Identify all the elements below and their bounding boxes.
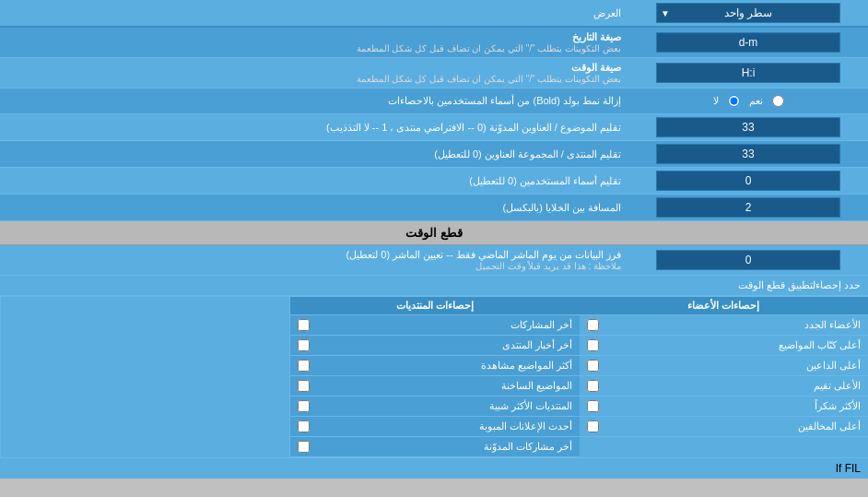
member-stat-4-label: الأكثر شكراً	[604, 400, 861, 412]
member-stat-0-label: الأعضاء الجدد	[604, 319, 861, 331]
content-stat-1-checkbox[interactable]	[298, 339, 310, 351]
user-names-input[interactable]	[656, 171, 840, 191]
stats-limit-label: حدد إحصاءلتطبيق قطع الوقت	[0, 276, 868, 296]
date-format-input-cell	[628, 30, 868, 55]
member-stat-3: الأعلى تقيم	[580, 376, 868, 396]
bottom-label-row: If FIL	[0, 457, 868, 479]
members-stats-col: إحصاءات الأعضاء الأعضاء الجدد أعلى كتّاب…	[580, 297, 868, 457]
content-stat-5-label: أحدث الإعلانات المبوبة	[314, 420, 571, 432]
content-stat-3-checkbox[interactable]	[298, 380, 310, 392]
content-stat-4: المنتديات الأكثر شبية	[290, 396, 579, 417]
member-stat-3-checkbox[interactable]	[587, 380, 599, 392]
lines-dropdown-wrapper: سطر واحد سطرين ثلاثة أسطر	[656, 3, 840, 23]
content-stat-4-checkbox[interactable]	[298, 400, 310, 412]
content-stat-3: المواضيع الساخنة	[290, 376, 579, 396]
content-stat-2-label: أكثر المواضيع مشاهدة	[314, 360, 571, 372]
content-stat-6-checkbox[interactable]	[298, 441, 310, 453]
member-stat-4: الأكثر شكراً	[580, 396, 868, 417]
time-format-label: صيغة الوقت بعض التكوينات يتطلب "/" التي …	[0, 58, 628, 88]
time-format-input[interactable]	[656, 63, 840, 83]
content-stat-0-label: أخر المشاركات	[314, 319, 571, 331]
cutoff-input-cell	[628, 247, 868, 273]
content-stat-1-label: أخر أخبار المنتدى	[314, 339, 571, 351]
forum-address-input-cell	[628, 141, 868, 167]
member-stat-1-label: أعلى كتّاب المواضيع	[604, 339, 861, 351]
date-format-input[interactable]	[656, 32, 840, 53]
member-stat-4-checkbox[interactable]	[587, 400, 599, 412]
content-stat-6: أخر مشاركات المدوّنة	[290, 437, 579, 457]
member-stat-5-checkbox[interactable]	[587, 420, 599, 432]
content-stat-0: أخر المشاركات	[290, 315, 579, 336]
time-format-input-cell	[628, 60, 868, 86]
content-stat-6-label: أخر مشاركات المدوّنة	[314, 441, 571, 453]
user-names-label: تقليم أسماء المستخدمين (0 للتعطيل)	[0, 172, 628, 191]
member-stat-5-label: أعلى المخالفين	[604, 420, 861, 432]
cell-spacing-input[interactable]	[656, 197, 840, 218]
forum-address-input[interactable]	[656, 144, 840, 164]
date-format-label: صيغة التاريخ بعض التكوينات يتطلب "/" الت…	[0, 28, 628, 57]
content-stats-col: إحصاءات المنتديات أخر المشاركات أخر أخبا…	[289, 297, 579, 457]
bottom-label-text: If FIL	[836, 462, 861, 475]
member-stat-3-label: الأعلى تقيم	[604, 380, 861, 392]
content-stat-5: أحدث الإعلانات المبوبة	[290, 417, 579, 437]
bold-remove-no-radio[interactable]	[728, 95, 740, 107]
member-stat-2: أعلى الداعين	[580, 356, 868, 376]
member-stat-2-label: أعلى الداعين	[604, 360, 861, 372]
cell-spacing-input-cell	[628, 195, 868, 220]
bold-remove-radio-cell: نعم لا	[628, 92, 868, 110]
cutoff-label: فرز البيانات من يوم الماشر الماضي فقط --…	[0, 245, 628, 275]
bold-remove-yes-radio[interactable]	[772, 95, 784, 107]
member-stat-1-checkbox[interactable]	[587, 339, 599, 351]
content-stat-0-checkbox[interactable]	[298, 319, 310, 331]
content-stats-header: إحصاءات المنتديات	[290, 297, 579, 315]
stats-empty-col	[0, 297, 289, 457]
members-stats-header: إحصاءات الأعضاء	[580, 297, 868, 315]
bold-remove-label: إزالة نمط بولد (Bold) من أسماء المستخدمي…	[0, 91, 628, 111]
display-label: العرض	[0, 4, 628, 23]
cutoff-section-header: قطع الوقت	[0, 221, 868, 245]
content-stat-5-checkbox[interactable]	[298, 420, 310, 432]
bold-remove-yes-label: نعم	[749, 95, 763, 107]
content-stat-2: أكثر المواضيع مشاهدة	[290, 356, 579, 376]
user-names-input-cell	[628, 168, 868, 194]
content-stat-3-label: المواضيع الساخنة	[314, 380, 571, 392]
topic-address-input[interactable]	[656, 117, 840, 137]
topic-address-input-cell	[628, 114, 868, 140]
cell-spacing-label: المسافة بين الخلايا (بالبكسل)	[0, 198, 628, 218]
member-stat-1: أعلى كتّاب المواضيع	[580, 336, 868, 356]
topic-address-label: تقليم الموضوع / العناوين المدوّنة (0 -- …	[0, 118, 628, 137]
bold-remove-no-label: لا	[713, 95, 719, 107]
lines-dropdown[interactable]: سطر واحد سطرين ثلاثة أسطر	[656, 3, 840, 23]
content-stat-4-label: المنتديات الأكثر شبية	[314, 400, 571, 412]
member-stat-0-checkbox[interactable]	[587, 319, 599, 331]
display-dropdown-cell: سطر واحد سطرين ثلاثة أسطر	[628, 0, 868, 26]
forum-address-label: تقليم المنتدى / المجموعة العناوين (0 للت…	[0, 145, 628, 164]
member-stat-0: الأعضاء الجدد	[580, 315, 868, 336]
member-stat-5: أعلى المخالفين	[580, 417, 868, 437]
content-stat-2-checkbox[interactable]	[298, 360, 310, 372]
member-stat-2-checkbox[interactable]	[587, 360, 599, 372]
content-stat-1: أخر أخبار المنتدى	[290, 336, 579, 356]
cutoff-input[interactable]	[656, 250, 840, 270]
